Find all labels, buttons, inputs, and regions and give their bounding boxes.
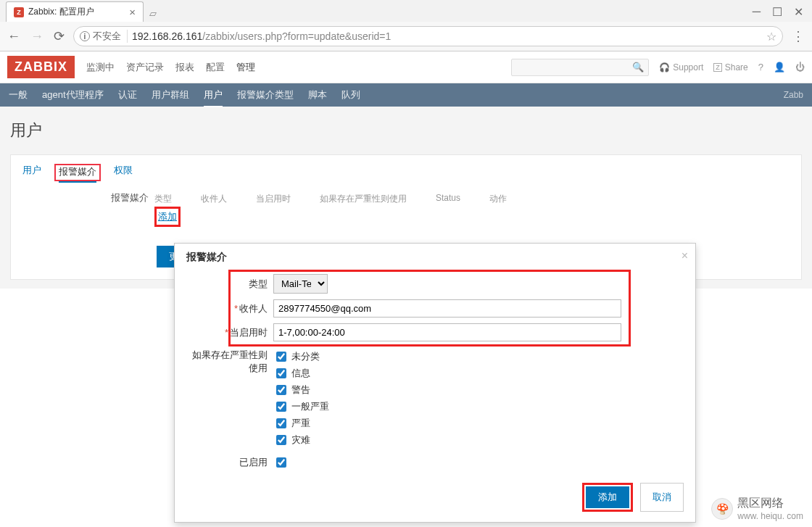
user-icon[interactable]: 👤	[774, 62, 785, 72]
nav-inventory[interactable]: 资产记录	[126, 61, 164, 74]
subnav-proxy[interactable]: agent代理程序	[42, 83, 104, 107]
tab-title: Zabbix: 配置用户	[28, 6, 125, 18]
nav-reports[interactable]: 报表	[175, 61, 194, 74]
url-text: 192.168.26.161/zabbix/users.php?form=upd…	[132, 30, 391, 42]
bookmark-icon[interactable]: ☆	[766, 30, 776, 43]
subnav-users[interactable]: 用户	[204, 83, 223, 107]
support-link[interactable]: 🎧Support	[659, 62, 703, 72]
site-security[interactable]: i 不安全	[80, 30, 128, 43]
col-type: 类型	[154, 193, 172, 205]
tab-row: Z Zabbix: 配置用户 × ▱ ─ ☐ ✕	[0, 0, 812, 22]
media-modal: 报警媒介 × 类型 Mail-Test *收件人 *当启用时 如果存在严重性则使…	[174, 243, 696, 289]
tab-media[interactable]: 报警媒介	[59, 166, 96, 183]
zabbix-favicon: Z	[14, 7, 24, 17]
search-box[interactable]: 🔍	[511, 59, 649, 76]
col-when: 当启用时	[256, 193, 291, 205]
tab-permissions[interactable]: 权限	[114, 164, 133, 181]
subnav-general[interactable]: 一般	[9, 83, 28, 107]
col-action: 动作	[489, 193, 507, 205]
close-icon[interactable]: ×	[129, 7, 136, 17]
window-controls: ─ ☐ ✕	[744, 2, 812, 22]
subnav-auth[interactable]: 认证	[118, 83, 137, 107]
type-select[interactable]: Mail-Test	[273, 274, 328, 289]
zabbix-logo[interactable]: ZABBIX	[7, 56, 75, 78]
subnav-mediatypes[interactable]: 报警媒介类型	[237, 83, 294, 107]
subnav-queue[interactable]: 队列	[341, 83, 360, 107]
menu-icon[interactable]: ⋮	[792, 28, 805, 44]
col-severity: 如果存在严重性则使用	[320, 193, 407, 205]
logout-icon[interactable]: ⏻	[795, 62, 805, 72]
modal-title: 报警媒介	[186, 251, 684, 268]
maximize-icon[interactable]: ☐	[772, 5, 782, 19]
nav-config[interactable]: 配置	[206, 61, 225, 74]
back-icon[interactable]: ←	[7, 29, 20, 44]
nav-admin[interactable]: 管理	[236, 61, 255, 74]
add-media-link[interactable]: 添加	[158, 211, 177, 222]
page-title: 用户	[10, 120, 802, 141]
support-icon: 🎧	[659, 62, 670, 72]
nav-monitoring[interactable]: 监测中	[86, 61, 115, 74]
modal-close-icon[interactable]: ×	[682, 249, 688, 262]
browser-tab[interactable]: Z Zabbix: 配置用户 ×	[6, 1, 144, 22]
subnav-scripts[interactable]: 脚本	[308, 83, 327, 107]
field-label-media: 报警媒介	[111, 191, 149, 223]
label-type: 类型	[186, 278, 273, 289]
subnav-usergroups[interactable]: 用户群组	[152, 83, 189, 107]
subnav-brand: Zabb	[784, 90, 803, 100]
reload-icon[interactable]: ⟳	[54, 28, 65, 44]
sub-nav: 一般 agent代理程序 认证 用户群组 用户 报警媒介类型 脚本 队列 Zab…	[0, 83, 812, 107]
insecure-label: 不安全	[93, 30, 121, 43]
info-icon: i	[80, 31, 90, 41]
share-link[interactable]: ZShare	[713, 62, 748, 72]
share-icon: Z	[713, 63, 722, 72]
tab-user[interactable]: 用户	[22, 164, 41, 181]
col-status: Status	[436, 193, 460, 205]
help-icon[interactable]: ?	[758, 62, 763, 72]
minimize-icon[interactable]: ─	[753, 5, 761, 19]
new-tab-button[interactable]: ▱	[144, 5, 162, 22]
address-row: ← → ⟳ i 不安全 192.168.26.161/zabbix/users.…	[0, 22, 812, 51]
highlight-box-1: 报警媒介	[54, 164, 101, 181]
browser-chrome: Z Zabbix: 配置用户 × ▱ ─ ☐ ✕ ← → ⟳ i 不安全 192…	[0, 0, 812, 51]
col-sendto: 收件人	[201, 193, 227, 205]
main-nav: 监测中 资产记录 报表 配置 管理	[86, 61, 255, 74]
address-bar[interactable]: i 不安全 192.168.26.161/zabbix/users.php?fo…	[73, 26, 783, 46]
search-icon: 🔍	[632, 62, 644, 72]
form-tabs: 用户 报警媒介 权限	[17, 162, 795, 187]
highlight-box-2: 添加	[154, 207, 181, 227]
forward-icon: →	[30, 29, 44, 44]
zabbix-header: ZABBIX 监测中 资产记录 报表 配置 管理 🔍 🎧Support ZSha…	[0, 51, 812, 83]
window-close-icon[interactable]: ✕	[794, 5, 803, 19]
